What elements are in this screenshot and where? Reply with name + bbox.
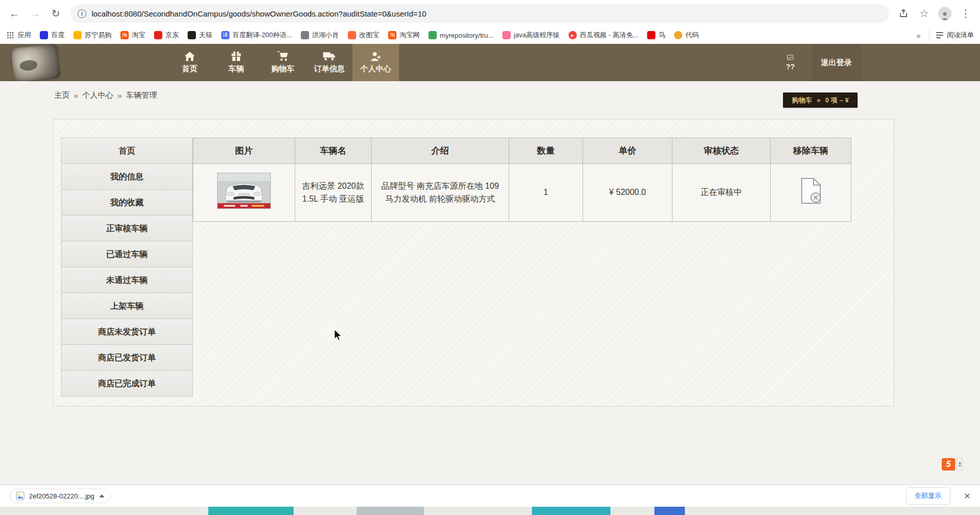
logout-label: 退出登录 (821, 58, 852, 68)
vehicle-image-cell (193, 164, 295, 222)
bookmark-taobao[interactable]: 淘淘宝 (120, 31, 145, 40)
bookmark-label: 淘宝 (132, 31, 145, 40)
apps-shortcut[interactable]: 应用 (6, 31, 31, 40)
bookmark-bird[interactable]: 鸟 (647, 31, 665, 40)
bookmark-myrepository[interactable]: myrepository/tru... (428, 31, 494, 39)
sidebar-item-under-review[interactable]: 正审核车辆 (61, 215, 193, 241)
nav-orders[interactable]: 订单信息 (306, 44, 353, 81)
breadcrumb-vehicle-management: 车辆管理 (126, 90, 157, 100)
bookmarks-overflow-icon[interactable]: » (914, 31, 923, 40)
nav-home[interactable]: 首页 (166, 44, 213, 81)
suning-favicon (73, 31, 82, 39)
vehicle-quantity: 1 (509, 164, 583, 222)
floating-badge[interactable]: 5 (942, 458, 963, 471)
logout-button[interactable]: 退出登录 (811, 44, 861, 81)
help-button[interactable]: ?? (772, 44, 808, 81)
vehicle-name: 吉利远景 2020款 1.5L 手动 亚运版 (295, 164, 372, 222)
breadcrumb-separator: » (74, 91, 78, 100)
reading-list-button[interactable]: 阅读清单 (936, 31, 974, 40)
bookmark-label: 天猫 (199, 31, 212, 40)
sidebar-item-shipped-orders[interactable]: 商店已发货订单 (61, 344, 193, 371)
vehicle-photo (218, 173, 270, 208)
bookmark-gaitubao[interactable]: 改图宝 (348, 31, 379, 40)
url-text: localhost:8080/SecondhandOnCampus/goods/… (91, 9, 426, 18)
badge-5-icon[interactable]: 5 (942, 458, 955, 471)
bookmark-baidu[interactable]: 百度 (40, 31, 65, 40)
site-info-icon[interactable]: i (78, 9, 86, 18)
cart-summary-button[interactable]: 购物车 » 0 项 – ¥ (783, 93, 858, 108)
jd-favicon (154, 31, 162, 39)
download-item[interactable]: 2ef20528-02220....jpg (9, 489, 111, 503)
tmall-favicon (188, 31, 196, 39)
sidebar-item-my-info[interactable]: 我的信息 (61, 163, 193, 190)
bookmark-jd[interactable]: 京东 (154, 31, 179, 40)
bookmark-honghuxiaoxiao[interactable]: 洪湖小肖 (301, 31, 339, 40)
profile-avatar-icon[interactable] (936, 4, 954, 23)
forward-icon[interactable]: → (26, 4, 44, 23)
download-chevron-up-icon[interactable] (99, 494, 104, 497)
table-header-row: 图片 车辆名 介绍 数量 单价 审核状态 移除车辆 (193, 138, 851, 164)
download-bar-close-icon[interactable]: ✕ (964, 491, 971, 501)
col-header-remove: 移除车辆 (771, 138, 851, 164)
back-icon[interactable]: ← (5, 4, 24, 23)
sidebar-item-listed[interactable]: 上架车辆 (61, 293, 193, 319)
bookmark-xigua-video[interactable]: ▶西瓜视频 - 高清免... (569, 31, 638, 40)
bookmark-label: 百度 (51, 31, 65, 40)
sidebar-item-rejected[interactable]: 未通过车辆 (61, 267, 193, 293)
sidebar-item-completed-orders[interactable]: 商店已完成订单 (61, 370, 193, 397)
header-right: ?? 退出登录 (772, 44, 861, 81)
address-bar[interactable]: i localhost:8080/SecondhandOnCampus/good… (70, 4, 889, 23)
gift-icon (232, 51, 241, 61)
background-window-fragment (532, 507, 610, 515)
bookmark-tmall[interactable]: 天猫 (188, 31, 212, 40)
nav-label: 订单信息 (314, 64, 345, 74)
nav-vehicles[interactable]: 车辆 (213, 44, 259, 81)
col-header-quantity: 数量 (509, 138, 583, 164)
background-window-fragment (208, 507, 294, 515)
remove-vehicle-icon[interactable] (800, 177, 822, 208)
bookmark-label: 苏宁易购 (85, 31, 112, 40)
bookmark-suning[interactable]: 苏宁易购 (73, 31, 112, 40)
main-nav: 首页 车辆 购物车 订单信息 (166, 44, 399, 81)
bookmark-star-icon[interactable]: ☆ (915, 4, 933, 23)
nav-personal-center[interactable]: 个人中心 (353, 44, 399, 81)
bookmark-label: 百度翻译-200种语... (233, 31, 292, 40)
bookmark-java-programmer[interactable]: java高级程序猿 (502, 31, 560, 40)
nav-cart[interactable]: 购物车 (259, 44, 306, 81)
sidebar-item-approved[interactable]: 已通过车辆 (61, 241, 193, 267)
table-row: 吉利远景 2020款 1.5L 手动 亚运版 品牌型号 南充店车源所在地 109… (193, 164, 851, 222)
page-body: 主页 » 个人中心 » 车辆管理 购物车 » 0 项 – ¥ 首页 我的信息 我… (0, 81, 980, 484)
show-all-downloads-button[interactable]: 全部显示 (906, 487, 951, 505)
sidebar-item-home[interactable]: 首页 (61, 138, 193, 164)
gaitubao-favicon (348, 31, 356, 39)
breadcrumb-home[interactable]: 主页 (54, 90, 70, 100)
col-header-name: 车辆名 (295, 138, 372, 164)
sidebar-item-unshipped-orders[interactable]: 商店未发货订单 (61, 319, 193, 345)
breadcrumb: 主页 » 个人中心 » 车辆管理 (54, 90, 157, 100)
screen: ← → ↻ i localhost:8080/SecondhandOnCampu… (0, 0, 980, 515)
cart-summary-separator: » (817, 96, 820, 104)
breadcrumb-personal-center[interactable]: 个人中心 (82, 90, 113, 100)
reload-icon[interactable]: ↻ (47, 4, 65, 23)
bookmark-taobao-web[interactable]: 淘淘宝网 (388, 31, 420, 40)
vehicle-audit-status: 正在审核中 (672, 164, 771, 222)
col-header-audit-status: 审核状态 (672, 138, 771, 164)
bookmark-code[interactable]: 代码 (674, 31, 699, 40)
site-logo[interactable] (12, 46, 59, 80)
home-icon (185, 51, 195, 61)
browser-menu-icon[interactable]: ⋮ (956, 4, 975, 23)
nav-label: 个人中心 (360, 64, 391, 74)
bookmark-label: myrepository/tru... (440, 32, 494, 39)
badge-expander-icon[interactable] (956, 458, 963, 471)
col-header-unit-price: 单价 (583, 138, 672, 164)
sidebar-item-favorites[interactable]: 我的收藏 (61, 189, 193, 216)
goods-table: 图片 车辆名 介绍 数量 单价 审核状态 移除车辆 (193, 138, 851, 222)
bookmark-label: java高级程序猿 (514, 31, 560, 40)
reading-list-label: 阅读清单 (947, 31, 974, 40)
content-panel: 首页 我的信息 我的收藏 正审核车辆 已通过车辆 未通过车辆 上架车辆 商店未发… (53, 119, 894, 406)
share-icon[interactable] (894, 4, 913, 23)
bookmark-label: 西瓜视频 - 高清免... (580, 31, 638, 40)
download-file-name: 2ef20528-02220....jpg (29, 492, 95, 500)
bookmarks-bar: 应用 百度 苏宁易购 淘淘宝 京东 天猫 译百度翻译-200种语... 洪湖小肖… (0, 27, 980, 44)
bookmark-baidu-translate[interactable]: 译百度翻译-200种语... (221, 31, 292, 40)
